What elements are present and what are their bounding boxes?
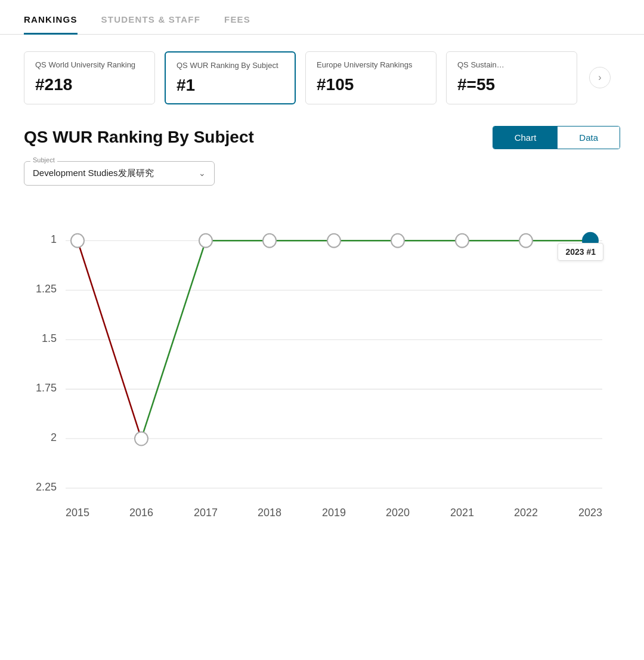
chart-container: 1 1.25 1.5 1.75 2 2.25 2015 2016 2017 20… xyxy=(0,198,644,550)
ranking-card-sustain[interactable]: QS Sustain… #=55 xyxy=(446,51,577,104)
tooltip-year: 2023 xyxy=(565,247,584,257)
dropdown-label: Subject xyxy=(30,156,57,164)
card-rank-europe: #105 xyxy=(317,75,425,94)
card-rank-world: #218 xyxy=(35,75,144,94)
data-toggle-button[interactable]: Data xyxy=(558,127,620,149)
svg-point-30 xyxy=(135,432,148,446)
svg-point-33 xyxy=(327,234,340,248)
tooltip-rank: #1 xyxy=(586,247,596,257)
top-navigation: RANKINGS STUDENTS & STAFF FEES xyxy=(0,0,644,35)
chart-toggle-button[interactable]: Chart xyxy=(493,127,558,149)
svg-text:2019: 2019 xyxy=(322,505,346,518)
svg-text:1.75: 1.75 xyxy=(36,381,57,394)
ranking-card-europe[interactable]: Europe University Rankings #105 xyxy=(305,51,436,104)
card-title-europe: Europe University Rankings xyxy=(317,60,425,70)
section-title: QS WUR Ranking By Subject xyxy=(24,128,254,147)
svg-text:2015: 2015 xyxy=(66,505,89,518)
svg-text:1: 1 xyxy=(51,233,57,245)
card-rank-sustain: #=55 xyxy=(457,75,566,94)
chart-inner: 1 1.25 1.5 1.75 2 2.25 2015 2016 2017 20… xyxy=(24,203,620,538)
svg-text:2: 2 xyxy=(51,431,57,443)
chart-data-toggle: Chart Data xyxy=(493,126,620,149)
svg-text:1.25: 1.25 xyxy=(36,282,57,295)
svg-text:2022: 2022 xyxy=(514,505,538,518)
ranking-card-world[interactable]: QS World University Ranking #218 xyxy=(24,51,155,104)
card-title-sustain: QS Sustain… xyxy=(457,60,566,70)
card-title-world: QS World University Ranking xyxy=(35,60,144,70)
svg-text:2016: 2016 xyxy=(129,505,153,518)
svg-text:2020: 2020 xyxy=(386,505,410,518)
subject-dropdown[interactable]: Subject Development Studies发展研究 ⌄ xyxy=(24,161,215,186)
ranking-card-subject[interactable]: QS WUR Ranking By Subject #1 xyxy=(165,51,296,104)
chart-tooltip: 2023 #1 xyxy=(558,243,603,261)
svg-point-34 xyxy=(391,234,404,248)
card-rank-subject: #1 xyxy=(177,76,284,95)
svg-text:2017: 2017 xyxy=(194,505,218,518)
tab-students-staff[interactable]: STUDENTS & STAFF xyxy=(101,14,200,35)
ranking-chart: 1 1.25 1.5 1.75 2 2.25 2015 2016 2017 20… xyxy=(24,203,620,538)
tab-fees[interactable]: FEES xyxy=(224,14,250,35)
ranking-cards-row: QS World University Ranking #218 QS WUR … xyxy=(0,35,644,116)
svg-text:1.5: 1.5 xyxy=(42,332,57,344)
svg-point-31 xyxy=(199,234,212,248)
svg-text:2018: 2018 xyxy=(258,505,281,518)
chevron-down-icon: ⌄ xyxy=(199,168,206,178)
tab-rankings[interactable]: RANKINGS xyxy=(24,14,78,35)
dropdown-value: Development Studies发展研究 xyxy=(33,168,154,178)
scroll-right-button[interactable]: › xyxy=(589,67,611,88)
section-header: QS WUR Ranking By Subject Chart Data xyxy=(0,116,644,161)
svg-point-29 xyxy=(71,234,84,248)
svg-text:2023: 2023 xyxy=(578,505,602,518)
svg-point-35 xyxy=(456,234,469,248)
dropdown-area: Subject Development Studies发展研究 ⌄ xyxy=(0,161,644,198)
svg-point-36 xyxy=(519,234,532,248)
svg-text:2.25: 2.25 xyxy=(36,480,57,493)
svg-point-32 xyxy=(263,234,276,248)
svg-text:2021: 2021 xyxy=(450,505,474,518)
card-title-subject: QS WUR Ranking By Subject xyxy=(177,61,284,71)
